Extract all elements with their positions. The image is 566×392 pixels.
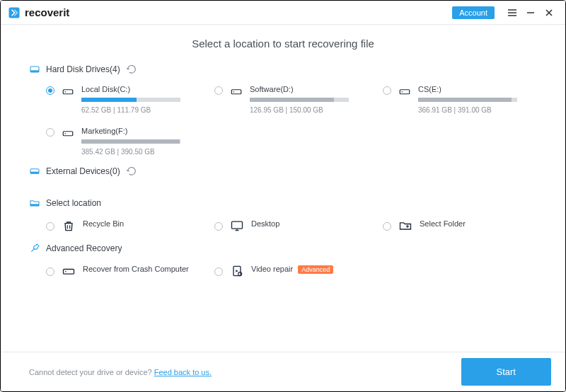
feedback-link[interactable]: Feed back to us. [154, 368, 212, 376]
external-device-icon [29, 166, 40, 177]
locations-grid: Recycle Bin Desktop Select Folder [29, 219, 537, 233]
location-label: Select Folder [420, 219, 466, 228]
drives-grid: Local Disk(C:) 62.52 GB | 111.79 GB Soft… [29, 85, 537, 156]
radio-crash-recovery[interactable] [46, 267, 54, 276]
wrench-icon [29, 243, 40, 254]
radio-drive-f[interactable] [46, 128, 54, 137]
section-hdd-header: Hard Disk Drives(4) [29, 64, 537, 75]
drive-item-c[interactable]: Local Disk(C:) 62.52 GB | 111.79 GB [46, 85, 200, 114]
svg-rect-12 [30, 172, 39, 174]
svg-rect-3 [63, 90, 73, 94]
folder-section-icon [29, 197, 40, 209]
radio-select-folder[interactable] [383, 222, 391, 231]
radio-drive-d[interactable] [214, 86, 223, 95]
drive-size: 385.42 GB | 390.50 GB [81, 148, 200, 156]
drive-item-e[interactable]: CS(E:) 366.91 GB | 391.00 GB [383, 85, 537, 114]
radio-video-repair[interactable] [214, 267, 223, 276]
advanced-video-repair[interactable]: Video repair Advanced [214, 264, 369, 278]
hdd-icon [62, 127, 74, 139]
footer-bar: Cannot detect your drive or device? Feed… [1, 352, 565, 391]
svg-rect-2 [30, 70, 39, 72]
section-ext-header: External Devices(0) [29, 166, 537, 177]
title-bar: recoverit Account [1, 1, 565, 25]
advanced-crash-recovery[interactable]: Recover from Crash Computer [46, 264, 200, 278]
hdd-icon [62, 85, 74, 98]
location-desktop[interactable]: Desktop [214, 219, 369, 233]
hdd-section-icon [29, 64, 40, 75]
drive-size: 366.91 GB | 391.00 GB [418, 106, 537, 114]
minimize-icon[interactable] [521, 4, 540, 22]
page-title: Select a location to start recovering fi… [29, 38, 537, 50]
svg-rect-13 [30, 204, 39, 206]
section-hdd-label: Hard Disk Drives(4) [46, 64, 120, 74]
section-ext-label: External Devices(0) [46, 166, 120, 176]
radio-drive-e[interactable] [383, 86, 391, 95]
usage-bar [81, 98, 180, 102]
drive-name: Software(D:) [250, 85, 369, 93]
svg-point-4 [65, 91, 67, 93]
advanced-item-label: Video repair Advanced [251, 265, 333, 273]
usage-bar [418, 98, 517, 102]
svg-point-10 [65, 133, 67, 134]
drive-name: Local Disk(C:) [81, 85, 200, 93]
usage-bar [250, 98, 349, 102]
location-select-folder[interactable]: Select Folder [383, 219, 537, 233]
location-label: Desktop [251, 219, 279, 228]
svg-rect-9 [63, 132, 73, 136]
drive-item-f[interactable]: Marketing(F:) 385.42 GB | 390.50 GB [46, 127, 200, 156]
start-button[interactable]: Start [461, 358, 551, 386]
refresh-icon[interactable] [126, 64, 137, 75]
svg-rect-7 [400, 90, 410, 94]
advanced-badge: Advanced [298, 265, 333, 274]
recycle-bin-icon [62, 219, 76, 233]
drive-size: 62.52 GB | 111.79 GB [81, 106, 200, 114]
brand-name: recoverit [25, 6, 69, 18]
hdd-icon [230, 85, 243, 98]
section-advanced-header: Advanced Recovery [29, 243, 537, 254]
usage-bar [81, 139, 180, 144]
close-icon[interactable] [540, 4, 558, 22]
account-button[interactable]: Account [452, 6, 495, 19]
svg-rect-5 [231, 90, 241, 94]
advanced-item-label: Recover from Crash Computer [83, 265, 189, 273]
advanced-grid: Recover from Crash Computer Video repair… [29, 264, 537, 278]
location-label: Recycle Bin [83, 219, 124, 228]
svg-point-8 [402, 91, 403, 93]
footer-help-text: Cannot detect your drive or device? Feed… [29, 368, 212, 376]
folder-open-icon [398, 219, 412, 233]
brand-icon [8, 6, 21, 19]
radio-desktop[interactable] [214, 222, 223, 231]
desktop-icon [230, 219, 244, 233]
drive-name: Marketing(F:) [81, 127, 200, 135]
section-select-location-header: Select location [29, 197, 537, 209]
radio-recycle-bin[interactable] [46, 222, 54, 231]
location-recycle-bin[interactable]: Recycle Bin [46, 219, 200, 233]
section-select-location-label: Select location [46, 198, 101, 208]
drive-item-d[interactable]: Software(D:) 126.95 GB | 150.00 GB [214, 85, 369, 114]
hdd-icon [62, 264, 76, 278]
main-content: Select a location to start recovering fi… [1, 25, 565, 352]
brand-logo: recoverit [8, 6, 69, 19]
svg-rect-14 [232, 221, 243, 229]
section-advanced-label: Advanced Recovery [46, 243, 122, 253]
svg-rect-15 [64, 270, 74, 275]
svg-point-16 [65, 271, 67, 272]
radio-drive-c[interactable] [46, 86, 54, 95]
svg-point-6 [233, 91, 235, 93]
video-repair-icon [230, 264, 244, 278]
drive-size: 126.95 GB | 150.00 GB [250, 106, 369, 114]
hdd-icon [398, 85, 411, 98]
drive-name: CS(E:) [418, 85, 537, 93]
refresh-icon[interactable] [126, 166, 137, 177]
menu-icon[interactable] [503, 4, 521, 22]
